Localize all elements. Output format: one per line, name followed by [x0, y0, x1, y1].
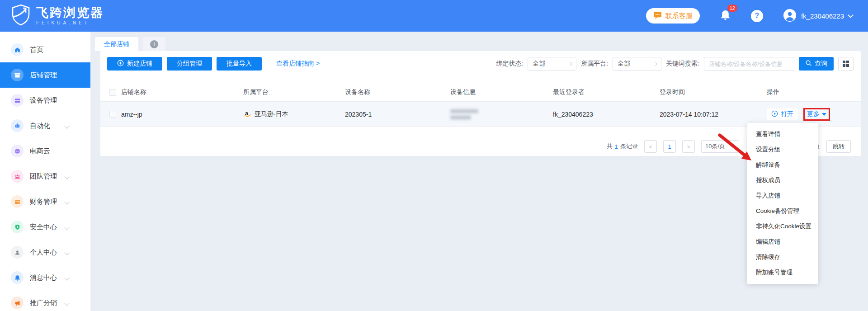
chevron-down-icon — [848, 12, 854, 18]
col-actions: 操作 — [767, 88, 861, 96]
cloud-globe-icon — [11, 145, 24, 157]
team-icon — [11, 170, 24, 183]
sidebar-item-message-center[interactable]: 消息中心 — [0, 265, 90, 290]
app-window: 飞跨浏览器 FEIKUA.NET 联系客服 — [0, 0, 868, 311]
view-mode-grid-button[interactable] — [838, 57, 854, 71]
table-header: 店铺名称 所属平台 设备名称 设备信息 最近登录者 登录时间 操作 — [100, 83, 861, 102]
actions-cell: 打开 更多 — [767, 108, 861, 121]
platform-label: 所属平台: — [581, 60, 608, 68]
menu-item-non-persistent-cookie[interactable]: 非持久化Cookie设置 — [747, 219, 818, 234]
avatar-icon — [783, 9, 797, 24]
chevron-down-icon — [64, 275, 69, 280]
col-platform: 所属平台 — [243, 88, 345, 96]
col-device-info: 设备信息 — [450, 88, 553, 96]
promotion-megaphone-icon — [11, 297, 24, 309]
menu-item-import-shop[interactable]: 导入店铺 — [747, 188, 818, 203]
new-shop-button[interactable]: 新建店铺 — [107, 57, 162, 71]
sidebar-item-automation[interactable]: 自动化 — [0, 113, 90, 138]
select-all-checkbox[interactable] — [109, 89, 116, 96]
logo-title: 飞跨浏览器 — [36, 6, 104, 19]
group-manage-button[interactable]: 分组管理 — [167, 57, 212, 71]
store-icon — [11, 69, 24, 81]
menu-item-extra-account[interactable]: 附加账号管理 — [747, 265, 818, 280]
search-button[interactable]: 查询 — [799, 57, 834, 71]
menu-item-set-group[interactable]: 设置分组 — [747, 142, 818, 157]
top-header: 飞跨浏览器 FEIKUA.NET 联系客服 — [0, 0, 868, 32]
sidebar-item-team-management[interactable]: 团队管理 — [0, 164, 90, 189]
home-icon — [11, 43, 24, 56]
svg-text:a: a — [245, 110, 249, 117]
shop-guide-link[interactable]: 查看店铺指南 > — [276, 60, 320, 68]
sidebar-item-promotion[interactable]: 推广分销 — [0, 290, 90, 311]
col-last-login-user: 最近登录者 — [553, 88, 660, 96]
menu-item-cookie-backup[interactable]: Cookie备份管理 — [747, 203, 818, 219]
chevron-down-icon — [64, 174, 69, 179]
bind-status-label: 绑定状态: — [496, 60, 523, 68]
page-size-select[interactable]: 10条/页 — [701, 140, 739, 153]
device-name-cell: 202305-1 — [345, 111, 450, 118]
bind-status-select[interactable]: 全部 — [528, 57, 576, 71]
last-login-user-cell: fk_230406223 — [553, 111, 660, 118]
sidebar-item-shop-management[interactable]: 店铺管理 — [0, 62, 90, 88]
menu-item-authorize-members[interactable]: 授权成员 — [747, 173, 818, 188]
search-icon — [805, 60, 812, 68]
sidebar-item-security-center[interactable]: 安全中心 — [0, 214, 90, 240]
total-records: 共 1 条记录 — [607, 142, 638, 151]
row-checkbox[interactable] — [109, 111, 116, 118]
col-login-time: 登录时间 — [660, 88, 767, 96]
more-actions-button-annotated[interactable]: 更多 — [803, 108, 830, 121]
contact-support-button[interactable]: 联系客服 — [646, 8, 700, 24]
menu-item-view-details[interactable]: 查看详情 — [747, 127, 818, 142]
sidebar-item-finance-management[interactable]: 财务管理 — [0, 189, 90, 214]
keyword-search-input[interactable] — [704, 57, 794, 71]
page-1-button[interactable]: 1 — [663, 140, 676, 153]
open-shop-button[interactable]: 打开 — [767, 108, 798, 120]
notification-badge: 12 — [727, 5, 737, 12]
sidebar-item-ecommerce-cloud[interactable]: 电商云 — [0, 138, 90, 164]
device-icon — [11, 94, 24, 107]
security-shield-icon — [11, 221, 24, 233]
table-row: amz--jp a 亚马逊-日本 202305-1 fk_230406223 — [100, 102, 861, 127]
batch-import-button[interactable]: 批量导入 — [217, 57, 262, 71]
chevron-down-icon — [64, 199, 69, 204]
device-info-cell — [450, 109, 553, 119]
chevron-right-icon — [653, 62, 658, 66]
app-logo: 飞跨浏览器 FEIKUA.NET — [11, 4, 104, 28]
chevron-down-icon — [64, 225, 69, 230]
menu-item-edit-shop[interactable]: 编辑店铺 — [747, 234, 818, 250]
jump-button[interactable]: 跳转 — [826, 140, 851, 153]
notifications-button[interactable]: 12 — [720, 9, 731, 23]
shop-name-cell: amz--jp — [121, 111, 243, 118]
help-button[interactable]: ? — [751, 10, 763, 22]
platform-cell: a 亚马逊-日本 — [243, 109, 345, 119]
chevron-down-icon — [64, 250, 69, 255]
col-device-name: 设备名称 — [345, 88, 450, 96]
plus-circle-icon — [117, 60, 124, 68]
amazon-icon: a — [243, 109, 251, 119]
grid-icon — [843, 61, 849, 67]
username: fk_230406223 — [801, 12, 844, 20]
add-tab-button[interactable]: + — [143, 37, 165, 51]
pagination: 共 1 条记录 < 1 > 10条/页 页 跳转 — [100, 140, 851, 153]
login-time-cell: 2023-07-14 10:07:12 — [660, 111, 767, 118]
keyword-label: 关键词搜索: — [666, 60, 699, 68]
next-page-button[interactable]: > — [682, 140, 695, 153]
caret-down-icon — [822, 113, 826, 116]
tab-all-shops[interactable]: 全部店铺 — [95, 37, 138, 51]
chevron-down-icon — [64, 123, 69, 128]
sidebar-item-home[interactable]: 首页 — [0, 37, 90, 62]
sidebar-item-personal-center[interactable]: 个人中心 — [0, 240, 90, 265]
user-menu[interactable]: fk_230406223 — [783, 9, 853, 24]
more-actions-dropdown: 查看详情 设置分组 解绑设备 授权成员 导入店铺 Cookie备份管理 非持久化… — [747, 123, 818, 284]
finance-icon — [11, 195, 24, 208]
chevron-down-icon — [64, 301, 69, 306]
sidebar-item-device-management[interactable]: 设备管理 — [0, 88, 90, 113]
menu-item-clear-cache[interactable]: 清除缓存 — [747, 250, 818, 265]
header-actions: 联系客服 12 ? — [646, 0, 853, 32]
prev-page-button[interactable]: < — [644, 140, 657, 153]
menu-item-unbind-device[interactable]: 解绑设备 — [747, 157, 818, 173]
col-shop-name: 店铺名称 — [121, 88, 243, 96]
platform-select[interactable]: 全部 — [613, 57, 661, 71]
plus-icon: + — [150, 40, 158, 48]
shield-logo-icon — [11, 4, 31, 28]
